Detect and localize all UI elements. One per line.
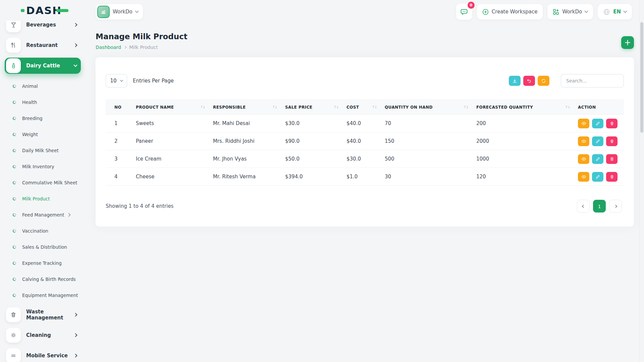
cell-forecasted-quantity: 1000 <box>473 150 575 168</box>
trash-icon <box>610 121 614 126</box>
bullet-icon <box>12 132 16 136</box>
sidebar-subitem-label: Expense Tracking <box>22 260 62 266</box>
chevron-down-icon <box>73 63 77 67</box>
sidebar-subitem-weight[interactable]: Weight <box>13 126 81 142</box>
user-workspace-menu[interactable]: WorkDo <box>547 4 593 19</box>
sidebar-subitem-label: Commulative Milk Sheet <box>22 180 77 186</box>
chevron-down-icon <box>585 9 588 13</box>
sidebar-subitem-commulative-milk-sheet[interactable]: Commulative Milk Sheet <box>13 175 81 191</box>
entries-per-page-select[interactable]: 10 <box>106 74 127 87</box>
dairy-cattle-submenu: Animal Health Breeding Weight Daily Milk… <box>5 78 81 303</box>
create-workspace-button[interactable]: Create Workspace <box>477 4 543 19</box>
column-header-product-name[interactable]: PRODUCT NAME↑↓ <box>132 100 210 115</box>
sidebar-subitem-label: Feed Management <box>22 212 64 218</box>
refresh-button[interactable] <box>538 76 549 86</box>
cell-product-name: Ice Cream <box>132 150 210 168</box>
bullet-icon <box>12 116 16 120</box>
edit-button[interactable] <box>592 154 603 164</box>
view-button[interactable] <box>578 154 589 164</box>
view-button[interactable] <box>578 136 589 146</box>
sidebar-item-beverages[interactable]: Beverages <box>5 21 81 33</box>
bullet-icon <box>12 213 16 217</box>
entries-summary: Showing 1 to 4 of 4 entries <box>106 203 173 209</box>
column-header-cost[interactable]: COST↑↓ <box>343 100 381 115</box>
workspace-switcher[interactable]: WorkDo <box>96 4 143 19</box>
logo-dot-icon <box>21 9 24 12</box>
edit-button[interactable] <box>592 136 603 146</box>
bullet-icon <box>12 165 16 169</box>
sidebar-item-waste-management[interactable]: Waste Management <box>5 307 81 323</box>
edit-button[interactable] <box>592 119 603 128</box>
search-input[interactable] <box>561 74 624 87</box>
sidebar-subitem-health[interactable]: Health <box>13 94 81 110</box>
sidebar-subitem-expense-tracking[interactable]: Expense Tracking <box>13 255 81 271</box>
messages-button[interactable]: 0 <box>456 4 472 20</box>
sidebar-subitem-breeding[interactable]: Breeding <box>13 110 81 126</box>
sidebar-item-label: Beverages <box>26 22 74 28</box>
delete-button[interactable] <box>606 119 618 128</box>
sidebar-subitem-milk-product[interactable]: Milk Product <box>13 191 81 207</box>
sidebar-item-mobile-service[interactable]: Mobile Service <box>5 348 81 362</box>
pagination-page-1[interactable]: 1 <box>593 200 606 213</box>
chevron-right-icon <box>67 213 71 217</box>
sidebar-subitem-label: Milk Product <box>22 196 50 202</box>
cell-quantity-on-hand: 150 <box>381 132 473 150</box>
column-header-sale-price[interactable]: SALE PRICE↑↓ <box>282 100 343 115</box>
sidebar-subitem-label: Milk Inventory <box>22 164 54 170</box>
grid-plus-icon <box>553 9 559 15</box>
pagination-next-button[interactable] <box>609 200 622 213</box>
sidebar-item-dairy-cattle[interactable]: Dairy Cattle <box>5 58 81 74</box>
menu-lines-icon <box>6 348 21 362</box>
sidebar-item-cleaning[interactable]: Cleaning <box>5 327 81 343</box>
pagination-prev-button[interactable] <box>577 200 590 213</box>
delete-button[interactable] <box>606 172 618 182</box>
cell-forecasted-quantity: 2000 <box>473 132 575 150</box>
language-selector[interactable]: EN <box>598 4 632 19</box>
bullet-icon <box>12 229 16 233</box>
bullet-icon <box>12 84 16 88</box>
breadcrumb-dashboard-link[interactable]: Dashboard <box>96 45 121 50</box>
cell-sale-price: $50.0 <box>282 150 343 168</box>
column-header-quantity-on-hand[interactable]: QUANTITY ON HAND↑↓ <box>381 100 473 115</box>
sidebar-subitem-sales-distribution[interactable]: Sales & Distribution <box>13 239 81 255</box>
bullet-icon <box>12 197 16 201</box>
trash-icon <box>610 175 614 179</box>
cell-product-name: Paneer <box>132 132 210 150</box>
sidebar-item-restaurant[interactable]: Restaurant <box>5 37 81 53</box>
delete-button[interactable] <box>606 154 618 164</box>
app-logo[interactable]: DASH <box>21 5 68 16</box>
sidebar-subitem-animal[interactable]: Animal <box>13 78 81 94</box>
sidebar-subitem-daily-milk-sheet[interactable]: Daily Milk Sheet <box>13 142 81 159</box>
table-row: 2 Paneer Mrs. Riddhi Joshi $90.0 $40.0 1… <box>106 132 624 150</box>
column-header-responsible[interactable]: RESPONSIBLE↑↓ <box>210 100 282 115</box>
add-milk-product-button[interactable]: + <box>621 36 634 49</box>
view-button[interactable] <box>578 172 589 182</box>
chevron-down-icon <box>623 9 627 13</box>
sidebar: DASH Beverages Restaurant Dairy Cattle <box>0 0 86 362</box>
chevron-right-icon <box>124 46 126 49</box>
sidebar-subitem-vaccination[interactable]: Vaccination <box>13 223 81 239</box>
sidebar-subitem-milk-inventory[interactable]: Milk Inventory <box>13 159 81 175</box>
sidebar-subitem-feed-management[interactable]: Feed Management <box>13 207 81 223</box>
sidebar-subitem-equipment-management[interactable]: Equipment Management <box>13 287 81 303</box>
bullet-icon <box>12 148 16 153</box>
view-button[interactable] <box>578 119 589 128</box>
page-scrollbar[interactable] <box>639 0 644 362</box>
page-title: Manage Milk Product <box>96 32 187 41</box>
sidebar-subitem-label: Vaccination <box>22 228 48 234</box>
column-header-forecasted-quantity[interactable]: FORECASTED QUANTITY↑↓ <box>473 100 575 115</box>
scrollbar-thumb[interactable] <box>640 22 643 133</box>
chat-bubble-icon <box>460 8 468 16</box>
breadcrumb: Dashboard Milk Product <box>96 45 187 50</box>
cell-sale-price: $90.0 <box>282 132 343 150</box>
undo-button[interactable] <box>523 76 535 86</box>
edit-button[interactable] <box>592 172 603 182</box>
chevron-right-icon <box>73 333 77 337</box>
sidebar-subitem-calving-birth-records[interactable]: Calving & Birth Records <box>13 271 81 287</box>
cutlery-icon <box>6 38 21 53</box>
export-button[interactable] <box>509 76 521 86</box>
milk-product-table: NO PRODUCT NAME↑↓ RESPONSIBLE↑↓ SALE PRI… <box>106 100 624 186</box>
sort-icon: ↑↓ <box>334 105 338 109</box>
delete-button[interactable] <box>606 136 618 146</box>
sidebar-item-label: Waste Management <box>26 309 74 321</box>
